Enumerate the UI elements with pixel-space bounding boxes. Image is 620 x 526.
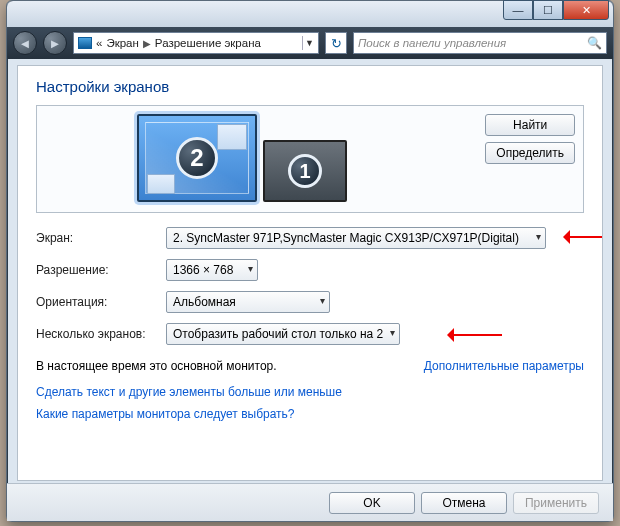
refresh-icon: ↻ xyxy=(331,36,342,51)
breadcrumb[interactable]: « Экран ▶ Разрешение экрана ▼ xyxy=(73,32,319,54)
display-label: Экран: xyxy=(36,231,166,245)
identify-button[interactable]: Определить xyxy=(485,142,575,164)
breadcrumb-segment[interactable]: Экран xyxy=(106,37,138,49)
monitor-help-link[interactable]: Какие параметры монитора следует выбрать… xyxy=(36,407,584,421)
monitor-1[interactable]: 1 xyxy=(263,140,347,202)
forward-button[interactable]: ► xyxy=(43,31,67,55)
cancel-button[interactable]: Отмена xyxy=(421,492,507,514)
search-icon: 🔍 xyxy=(587,36,602,50)
breadcrumb-dropdown[interactable]: ▼ xyxy=(302,36,316,50)
window-icon xyxy=(147,174,175,194)
settings-form: Экран: 2. SyncMaster 971P,SyncMaster Mag… xyxy=(36,227,584,345)
resolution-label: Разрешение: xyxy=(36,263,166,277)
back-button[interactable]: ◄ xyxy=(13,31,37,55)
orientation-label: Ориентация: xyxy=(36,295,166,309)
breadcrumb-root[interactable]: « xyxy=(96,37,102,49)
ok-button[interactable]: OK xyxy=(329,492,415,514)
content-pane: Настройки экранов 2 1 Найти Определить Э… xyxy=(17,65,603,481)
multi-display-label: Несколько экранов: xyxy=(36,327,166,341)
resolution-select[interactable]: 1366 × 768 xyxy=(166,259,258,281)
annotation-arrow-icon xyxy=(556,232,603,242)
chevron-right-icon: ▶ xyxy=(143,38,151,49)
close-button[interactable]: ✕ xyxy=(563,0,609,20)
search-input[interactable]: Поиск в панели управления 🔍 xyxy=(353,32,607,54)
annotation-arrow-icon xyxy=(440,330,502,340)
monitor-preview: 2 1 Найти Определить xyxy=(36,105,584,213)
display-select[interactable]: 2. SyncMaster 971P,SyncMaster Magic CX91… xyxy=(166,227,546,249)
multi-display-select[interactable]: Отобразить рабочий стол только на 2 xyxy=(166,323,400,345)
window-icon xyxy=(217,124,247,150)
titlebar: — ☐ ✕ xyxy=(7,1,613,27)
text-size-link[interactable]: Сделать текст и другие элементы больше и… xyxy=(36,385,584,399)
search-placeholder: Поиск в панели управления xyxy=(358,37,506,49)
orientation-select[interactable]: Альбомная xyxy=(166,291,330,313)
monitor-2[interactable]: 2 xyxy=(137,114,257,202)
monitor-number: 2 xyxy=(176,137,218,179)
refresh-button[interactable]: ↻ xyxy=(325,32,347,54)
apply-button[interactable]: Применить xyxy=(513,492,599,514)
advanced-settings-link[interactable]: Дополнительные параметры xyxy=(424,359,584,373)
primary-monitor-status: В настоящее время это основной монитор. xyxy=(36,359,277,373)
minimize-button[interactable]: — xyxy=(503,0,533,20)
address-bar: ◄ ► « Экран ▶ Разрешение экрана ▼ ↻ Поис… xyxy=(7,27,613,59)
page-title: Настройки экранов xyxy=(36,78,584,95)
control-panel-icon xyxy=(78,37,92,49)
dialog-footer: OK Отмена Применить xyxy=(7,483,613,521)
window: — ☐ ✕ ◄ ► « Экран ▶ Разрешение экрана ▼ … xyxy=(6,0,614,522)
maximize-button[interactable]: ☐ xyxy=(533,0,563,20)
monitor-number: 1 xyxy=(288,154,322,188)
breadcrumb-segment[interactable]: Разрешение экрана xyxy=(155,37,261,49)
detect-button[interactable]: Найти xyxy=(485,114,575,136)
